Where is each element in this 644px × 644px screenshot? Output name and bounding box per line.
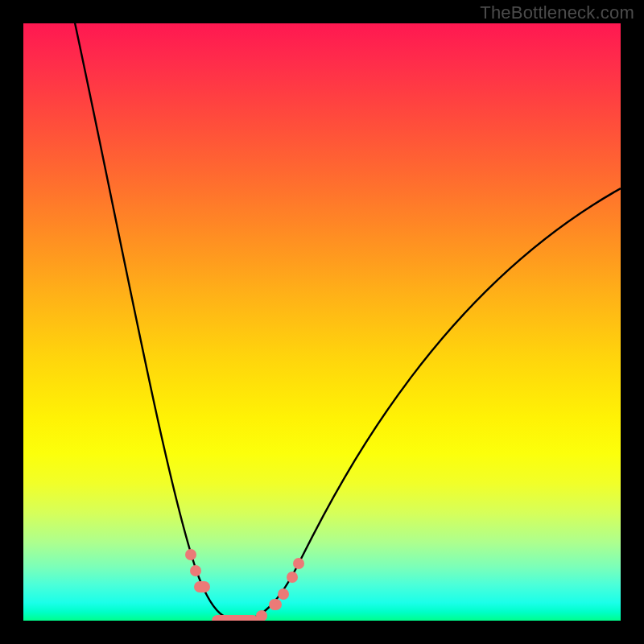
data-marker — [185, 549, 196, 560]
data-marker — [194, 581, 210, 592]
curve-path — [73, 23, 621, 621]
data-marker — [190, 565, 201, 576]
data-marker — [293, 558, 304, 569]
data-marker — [278, 588, 289, 600]
data-marker — [269, 599, 282, 610]
curve-layer — [23, 23, 621, 621]
data-marker — [287, 572, 298, 583]
watermark-text: TheBottleneck.com — [480, 2, 634, 23]
bottleneck-curve — [73, 23, 621, 621]
chart-frame: TheBottleneck.com — [0, 0, 644, 644]
plot-area — [23, 23, 621, 621]
data-marker — [256, 610, 267, 621]
data-marker — [212, 615, 258, 621]
